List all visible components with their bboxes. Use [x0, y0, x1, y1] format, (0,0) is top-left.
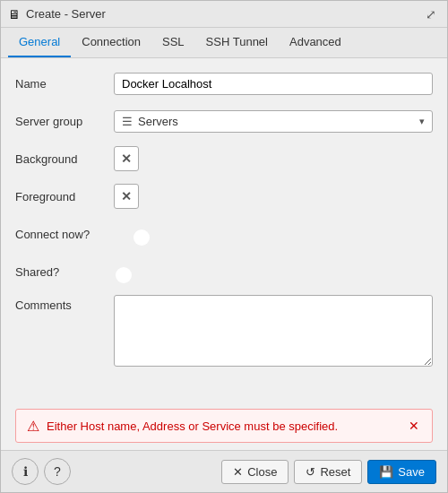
save-icon: 💾	[379, 465, 393, 479]
help-icon: ?	[54, 464, 61, 479]
connect-now-control	[114, 228, 433, 241]
window: 🖥 Create - Server ⤢ General Connection S…	[0, 0, 448, 493]
title-bar-controls: ⤢	[422, 5, 440, 23]
close-button[interactable]: ✕ Close	[221, 460, 289, 484]
chevron-down-icon: ▾	[419, 116, 425, 127]
server-group-icon: ☰	[122, 115, 133, 128]
error-message: Either Host name, Address or Service mus…	[47, 419, 338, 433]
tab-ssh-tunnel[interactable]: SSH Tunnel	[195, 28, 279, 57]
tab-bar: General Connection SSL SSH Tunnel Advanc…	[1, 28, 447, 58]
foreground-label: Foreground	[15, 190, 114, 203]
foreground-row: Foreground ✕	[15, 182, 433, 211]
foreground-x-icon: ✕	[121, 189, 132, 203]
background-color-picker[interactable]: ✕	[114, 146, 139, 171]
window-icon: 🖥	[8, 7, 21, 22]
server-group-label: Server group	[15, 115, 114, 128]
foreground-color-picker[interactable]: ✕	[114, 184, 139, 209]
background-row: Background ✕	[15, 144, 433, 173]
close-icon: ✕	[233, 465, 243, 479]
server-group-select[interactable]: ☰ Servers ▾	[114, 110, 433, 133]
error-close-button[interactable]: ✕	[407, 417, 421, 435]
info-icon: ℹ	[23, 464, 28, 479]
name-row: Name	[15, 69, 433, 98]
background-x-icon: ✕	[121, 151, 132, 166]
tab-advanced[interactable]: Advanced	[279, 28, 352, 57]
server-group-row: Server group ☰ Servers ▾	[15, 107, 433, 135]
server-group-value: Servers	[138, 115, 419, 128]
comments-textarea[interactable]	[114, 295, 433, 367]
footer: ℹ ? ✕ Close ↺ Reset 💾 Save	[1, 450, 447, 492]
help-button[interactable]: ?	[44, 458, 71, 485]
window-title: Create - Server	[26, 7, 106, 21]
maximize-button[interactable]: ⤢	[422, 5, 440, 23]
form-content: Name Server group ☰ Servers ▾ Background…	[1, 58, 447, 409]
connect-now-row: Connect now?	[15, 220, 433, 248]
comments-control	[114, 295, 433, 369]
comments-row: Comments	[15, 295, 433, 369]
reset-button[interactable]: ↺ Reset	[294, 460, 362, 484]
footer-left: ℹ ?	[12, 458, 71, 485]
tab-general[interactable]: General	[8, 28, 71, 57]
shared-row: Shared?	[15, 257, 433, 286]
shared-label: Shared?	[15, 265, 114, 279]
close-label: Close	[247, 465, 277, 479]
comments-label: Comments	[15, 295, 114, 312]
title-bar: 🖥 Create - Server ⤢	[1, 1, 447, 28]
reset-icon: ↺	[306, 465, 315, 479]
name-label: Name	[15, 77, 114, 91]
connect-now-label: Connect now?	[15, 228, 114, 241]
name-input[interactable]	[114, 73, 433, 95]
info-button[interactable]: ℹ	[12, 458, 39, 485]
error-bar: ⚠ Either Host name, Address or Service m…	[15, 409, 433, 443]
tab-ssl[interactable]: SSL	[151, 28, 195, 57]
name-control	[114, 73, 433, 95]
save-label: Save	[398, 465, 425, 479]
tab-connection[interactable]: Connection	[71, 28, 151, 57]
shared-control	[114, 265, 433, 279]
foreground-control: ✕	[114, 184, 433, 209]
background-control: ✕	[114, 146, 433, 171]
title-bar-left: 🖥 Create - Server	[8, 7, 106, 22]
server-group-control: ☰ Servers ▾	[114, 110, 433, 133]
error-icon: ⚠	[27, 418, 39, 435]
error-bar-left: ⚠ Either Host name, Address or Service m…	[27, 418, 338, 435]
footer-right: ✕ Close ↺ Reset 💾 Save	[221, 460, 436, 484]
save-button[interactable]: 💾 Save	[367, 460, 436, 484]
reset-label: Reset	[320, 465, 350, 479]
background-label: Background	[15, 152, 114, 166]
